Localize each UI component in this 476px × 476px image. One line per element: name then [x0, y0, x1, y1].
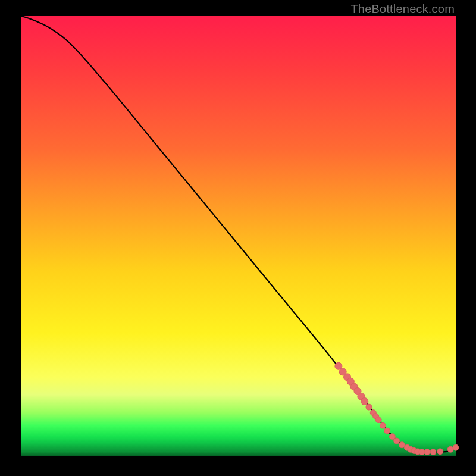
bottleneck-curve	[21, 16, 456, 452]
data-point	[394, 438, 400, 444]
data-point	[453, 444, 459, 450]
data-point	[384, 428, 390, 434]
data-point	[361, 398, 368, 405]
watermark-text: TheBottleneck.com	[350, 2, 455, 16]
data-point	[437, 449, 443, 455]
data-point	[424, 449, 430, 455]
data-points-group	[335, 362, 459, 455]
chart-stage: TheBottleneck.com	[0, 0, 476, 476]
data-point	[430, 449, 436, 455]
data-point	[375, 417, 381, 423]
chart-overlay	[21, 16, 456, 456]
data-point	[380, 422, 386, 428]
data-point	[366, 404, 372, 410]
